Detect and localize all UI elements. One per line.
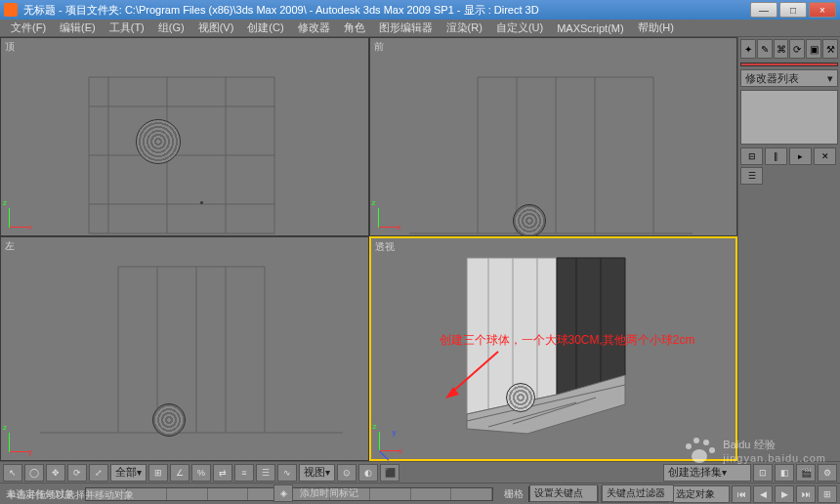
play-first-icon[interactable]: ⏮	[732, 485, 751, 503]
bottom-bar: ↖ ◯ ✥ ⟳ ⤢ 全部 ▾ ⊞ ∠ % ⇄ ≡ ☰ ∿ 视图 ▾ ⊙ ◐ ⬛ …	[0, 461, 840, 504]
axes-gizmo-persp: x z y	[379, 424, 406, 451]
panel-tab-hierarchy-icon[interactable]: ⌘	[774, 39, 789, 59]
stack-pin-icon[interactable]: ⊟	[740, 147, 763, 165]
sel-object-button[interactable]: 选定对象	[671, 485, 730, 503]
menu-custom[interactable]: 自定义(U)	[489, 20, 550, 36]
sphere-object-left	[152, 403, 186, 437]
panel-tab-utility-icon[interactable]: ⚒	[822, 39, 838, 59]
play-icon[interactable]: ▶	[775, 485, 794, 503]
menu-help[interactable]: 帮助(H)	[631, 20, 681, 36]
tool-render-setup-icon[interactable]: ⚙	[818, 464, 837, 482]
viewport-label-top: 顶	[5, 40, 15, 54]
set-key-button[interactable]: 设置关键点	[529, 484, 598, 502]
viewport-label-front: 前	[374, 40, 384, 54]
axes-gizmo-left: y z	[9, 425, 36, 452]
tool-rotate-icon[interactable]: ⟳	[67, 464, 87, 482]
viewport-label-left: 左	[5, 239, 15, 253]
maximize-button[interactable]: □	[779, 2, 807, 18]
main-area: 顶	[0, 37, 840, 461]
status-prompt: 单击并拖动以选择并移动对象	[4, 488, 137, 502]
selection-filter[interactable]: 全部 ▾	[110, 464, 147, 482]
menu-modifier[interactable]: 修改器	[291, 20, 337, 36]
time-tag-icon[interactable]: ◈	[273, 484, 293, 502]
menu-view[interactable]: 视图(V)	[191, 20, 241, 36]
small-point	[200, 201, 203, 204]
viewport-front[interactable]: 前 x z	[369, 37, 738, 236]
viewport-container: 顶	[0, 37, 737, 461]
tool-quick-render-icon[interactable]: 🎬	[796, 464, 816, 482]
panel-tab-display-icon[interactable]: ▣	[806, 39, 821, 59]
tool-curve-icon[interactable]: ∿	[277, 464, 297, 482]
modifier-stack[interactable]	[740, 90, 838, 145]
stack-config-icon[interactable]: ☰	[740, 167, 763, 185]
minimize-button[interactable]: —	[750, 2, 777, 18]
title-text: 无标题 - 项目文件夹: C:\Program Files (x86)\3ds …	[23, 3, 750, 18]
viewport-left[interactable]: 左 y z	[0, 236, 369, 461]
command-panel: ✦ ✎ ⌘ ⟳ ▣ ⚒ 修改器列表 ▾ ⊟ ‖ ▸ ✕ ☰	[737, 37, 840, 461]
tool-snap-icon[interactable]: ⊞	[148, 464, 168, 482]
play-next-icon[interactable]: ⏭	[796, 485, 816, 503]
tool-lasso-icon[interactable]: ◯	[24, 464, 44, 482]
viewport-canvas-front	[370, 38, 737, 235]
tool-percent-snap-icon[interactable]: %	[191, 464, 211, 482]
sphere-object-top	[136, 119, 181, 164]
grid-label: 栅格	[501, 487, 526, 501]
tool-schematic-icon[interactable]: ⊡	[753, 464, 773, 482]
tool-scale-icon[interactable]: ⤢	[89, 464, 108, 482]
viewport-canvas-persp: 创建三个球体，一个大球30CM,其他两个小球2cm	[371, 238, 736, 459]
viewport-top[interactable]: 顶	[0, 37, 369, 236]
tool-align-icon[interactable]: ≡	[234, 464, 254, 482]
axes-gizmo-top: x z	[9, 200, 36, 228]
tool-move-icon[interactable]: ✥	[46, 464, 65, 482]
menu-character[interactable]: 角色	[337, 20, 372, 36]
menu-render[interactable]: 渲染(R)	[440, 20, 489, 36]
menu-file[interactable]: 文件(F)	[4, 20, 53, 36]
menu-graph-editor[interactable]: 图形编辑器	[372, 20, 440, 36]
tool-mirror-icon[interactable]: ⇄	[213, 464, 232, 482]
panel-tab-create-icon[interactable]: ✦	[740, 39, 756, 59]
titlebar: 无标题 - 项目文件夹: C:\Program Files (x86)\3ds …	[0, 0, 840, 20]
panel-tab-motion-icon[interactable]: ⟳	[789, 39, 805, 59]
tool-select-icon[interactable]: ↖	[3, 464, 22, 482]
stack-unique-icon[interactable]: ▸	[789, 147, 812, 165]
svg-marker-25	[557, 258, 625, 395]
menu-group[interactable]: 组(G)	[151, 20, 191, 36]
viewport-canvas-top	[1, 38, 368, 235]
menu-edit[interactable]: 编辑(E)	[53, 20, 103, 36]
panel-tab-modify-icon[interactable]: ✎	[757, 39, 773, 59]
viewport-canvas-left	[1, 237, 368, 460]
select-set-dropdown[interactable]: 创建选择集 ▾	[663, 464, 751, 482]
close-button[interactable]: ×	[809, 2, 836, 18]
tool-toggle-icon[interactable]: ◧	[775, 464, 794, 482]
tool-material-icon[interactable]: ◐	[358, 464, 378, 482]
modifier-list-dropdown[interactable]: 修改器列表 ▾	[740, 69, 838, 87]
dropdown-arrow-icon: ▾	[827, 72, 833, 85]
add-time-tag[interactable]: 添加时间标记	[297, 486, 361, 500]
stack-remove-icon[interactable]: ✕	[814, 147, 836, 165]
coord-system[interactable]: 视图 ▾	[299, 464, 335, 482]
menu-create[interactable]: 创建(C)	[240, 20, 290, 36]
viewport-perspective[interactable]: 透视	[369, 236, 738, 461]
menubar: 文件(F) 编辑(E) 工具(T) 组(G) 视图(V) 创建(C) 修改器 角…	[0, 20, 840, 37]
axes-gizmo-front: x z	[378, 200, 405, 228]
sphere-object-front	[513, 204, 546, 235]
stack-show-icon[interactable]: ‖	[765, 147, 787, 165]
tool-render-icon[interactable]: ⬛	[380, 464, 399, 482]
key-filter-button[interactable]: 关键点过滤器	[602, 484, 674, 502]
panel-color-swatch[interactable]	[740, 63, 838, 66]
viewport-label-persp: 透视	[375, 240, 395, 254]
tool-layer-icon[interactable]: ☰	[256, 464, 275, 482]
tool-center-icon[interactable]: ⊙	[337, 464, 357, 482]
play-prev-icon[interactable]: ◀	[753, 485, 773, 503]
sphere-object-persp	[506, 383, 535, 412]
menu-maxscript[interactable]: MAXScript(M)	[550, 21, 630, 35]
tool-angle-snap-icon[interactable]: ∠	[170, 464, 189, 482]
app-logo-icon	[4, 3, 18, 17]
menu-tools[interactable]: 工具(T)	[103, 20, 151, 36]
viewport-nav-icon[interactable]: ⊞	[818, 485, 837, 503]
